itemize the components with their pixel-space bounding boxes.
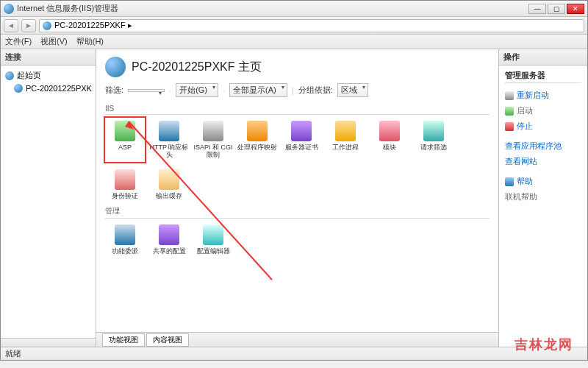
tree-server-label: PC-20201225PXKF (PC-20... [26,84,93,93]
connections-header: 连接 [1,49,96,66]
配置编辑器-icon [203,224,223,245]
iis-features-row: ASPHTTP 响应标头ISAPI 和 CGI 限制处理程序映射服务器证书工作进… [105,118,490,203]
help-icon [505,177,514,186]
separator: | [292,86,294,95]
actions-header: 操作 [499,49,587,66]
group-dropdown[interactable]: 区域 [337,83,368,97]
asp-icon [115,121,135,141]
功能委派-icon [115,224,135,245]
menu-bar: 文件(F) 视图(V) 帮助(H) [1,35,587,49]
filter-bar: 筛选: · 开始(G) · 全部显示(A) | 分组依据: 区域 [96,82,498,102]
feature-label: 身份验证 [105,193,145,200]
feature-模块[interactable]: 模块 [370,118,409,162]
处理程序映射-icon [247,121,268,141]
isapi-和-cgi-限制-icon [203,121,223,141]
feature-label: 输出缓存 [149,193,189,200]
输出缓存-icon [159,169,179,190]
status-text: 就绪 [5,348,21,359]
server-node-icon [14,84,23,93]
feature-isapi-和-cgi-限制[interactable]: ISAPI 和 CGI 限制 [193,118,233,162]
actions-pane: 操作 管理服务器 重新启动 启动 停止 查看应用程序池 查看网站 帮助 联机帮助 [499,49,587,347]
action-start[interactable]: 启动 [505,103,581,118]
action-stop[interactable]: 停止 [505,118,581,134]
身份验证-icon [115,169,135,190]
maximize-button[interactable]: ▢ [548,4,565,14]
watermark: 吉林龙网 [514,336,573,353]
action-online-help[interactable]: 联机帮助 [505,189,581,205]
server-icon [43,21,51,30]
filter-input[interactable] [128,89,165,92]
menu-help[interactable]: 帮助(H) [76,36,104,47]
feature-处理程序映射[interactable]: 处理程序映射 [237,118,277,162]
feature-label: 配置编辑器 [193,248,233,255]
action-view-pools[interactable]: 查看应用程序池 [505,138,581,154]
window-buttons: — ▢ ✕ [528,4,584,14]
工作进程-icon [335,121,356,141]
feature-输出缓存[interactable]: 输出缓存 [149,166,189,203]
feature-功能委派[interactable]: 功能委派 [105,222,145,258]
center-pane: PC-20201225PXKF 主页 筛选: · 开始(G) · 全部显示(A)… [96,49,499,347]
action-restart[interactable]: 重新启动 [505,88,581,103]
show-all-button[interactable]: 全部显示(A) [229,83,287,97]
separator: · [223,86,225,95]
feature-label: 模块 [370,144,409,152]
iis-section: IIS ASPHTTP 响应标头ISAPI 和 CGI 限制处理程序映射服务器证… [96,102,498,203]
group-label: 分组依据: [298,85,333,96]
forward-button[interactable]: ► [21,19,36,32]
iis-section-label: IIS [105,105,490,115]
menu-file[interactable]: 文件(F) [5,36,32,47]
tree-start-page[interactable]: 起始页 [4,68,93,82]
tree-start-label: 起始页 [17,70,41,81]
feature-label: 功能委派 [105,248,145,255]
mgmt-section: 管理 功能委派共享的配置配置编辑器 [96,203,498,258]
feature-label: ISAPI 和 CGI 限制 [193,144,233,159]
feature-label: ASP [105,144,145,152]
left-splitter[interactable] [1,338,96,347]
stop-icon [505,122,514,131]
nav-toolbar: ◄ ► PC-20201225PXKF ▸ [1,17,587,35]
feature-asp[interactable]: ASP [105,118,145,162]
action-view-sites[interactable]: 查看网站 [505,154,581,169]
tab-features-view[interactable]: 功能视图 [102,333,145,347]
feature-http-响应标头[interactable]: HTTP 响应标头 [149,118,189,162]
feature-服务器证书[interactable]: 服务器证书 [282,118,321,162]
actions-list: 管理服务器 重新启动 启动 停止 查看应用程序池 查看网站 帮助 联机帮助 [499,66,587,347]
请求筛选-icon [423,121,444,141]
feature-共享的配置[interactable]: 共享的配置 [149,222,189,258]
mgmt-section-label: 管理 [105,206,490,219]
window-title: Internet 信息服务(IIS)管理器 [17,3,528,14]
tree-server-node[interactable]: PC-20201225PXKF (PC-20... [4,82,93,94]
feature-请求筛选[interactable]: 请求筛选 [414,118,453,162]
menu-view[interactable]: 视图(V) [40,36,68,47]
feature-工作进程[interactable]: 工作进程 [326,118,365,162]
app-icon [4,4,14,14]
close-button[interactable]: ✕ [567,4,584,14]
titlebar: Internet 信息服务(IIS)管理器 — ▢ ✕ [1,1,587,17]
separator: · [169,86,171,95]
page-title: PC-20201225PXKF 主页 [132,60,262,75]
http-响应标头-icon [159,121,179,141]
address-bar[interactable]: PC-20201225PXKF ▸ [39,19,584,32]
feature-label: HTTP 响应标头 [149,144,189,159]
feature-身份验证[interactable]: 身份验证 [105,166,145,203]
feature-label: 处理程序映射 [237,144,277,152]
go-button[interactable]: 开始(G) [176,83,218,97]
feature-配置编辑器[interactable]: 配置编辑器 [193,222,233,258]
共享的配置-icon [159,224,179,245]
feature-label: 服务器证书 [282,144,321,152]
address-text: PC-20201225PXKF ▸ [54,21,132,30]
服务器证书-icon [291,121,312,141]
center-header: PC-20201225PXKF 主页 [96,49,498,82]
start-page-icon [5,71,14,80]
status-bar: 就绪 [1,347,587,360]
tab-content-view[interactable]: 内容视图 [146,333,189,347]
minimize-button[interactable]: — [528,4,546,14]
connections-pane: 连接 起始页 PC-20201225PXKF (PC-20... [1,49,96,347]
filter-label: 筛选: [105,85,123,96]
action-help[interactable]: 帮助 [505,174,581,189]
view-tabs: 功能视图 内容视图 [96,332,498,347]
模块-icon [379,121,400,141]
back-button[interactable]: ◄ [4,19,18,32]
connections-tree: 起始页 PC-20201225PXKF (PC-20... [1,66,96,338]
actions-group-server: 管理服务器 [505,70,581,83]
